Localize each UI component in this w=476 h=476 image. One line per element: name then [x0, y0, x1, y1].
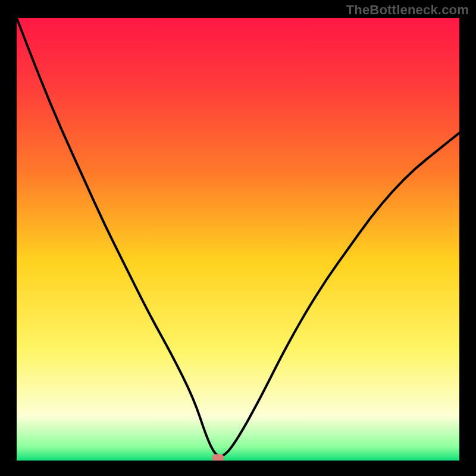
plot-area [17, 18, 459, 461]
watermark-text: TheBottleneck.com [346, 2, 469, 18]
optimal-point-marker [212, 454, 224, 461]
chart-svg [17, 18, 459, 461]
gradient-background [17, 18, 459, 461]
figure-frame: TheBottleneck.com [0, 0, 476, 476]
